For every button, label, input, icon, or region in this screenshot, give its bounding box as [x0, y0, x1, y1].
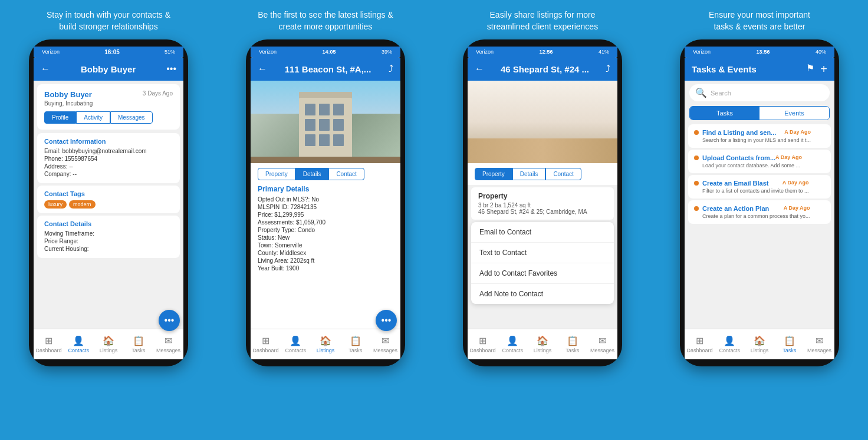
tab-dashboard-4[interactable]: ⊞ Dashboard [686, 335, 712, 353]
tab-dashboard-2[interactable]: ⊞ Dashboard [252, 335, 278, 353]
tab-messages[interactable]: Messages [110, 111, 153, 124]
carrier-2: Verizon [259, 49, 277, 55]
main-container: Stay in touch with your contacts & build… [0, 0, 868, 440]
status-bar-2: Verizon 14:05 39% [251, 47, 400, 57]
search-icon-4: 🔍 [695, 87, 707, 98]
share-email[interactable]: Email to Contact [471, 222, 614, 243]
tab-activity[interactable]: Activity [76, 111, 110, 124]
tab-listings-4[interactable]: 🏠 Listings [747, 335, 772, 353]
tab-messages-4[interactable]: ✉ Messages [807, 335, 833, 353]
tab-dashboard-1[interactable]: ⊞ Dashboard [35, 335, 61, 353]
messages-icon-1: ✉ [165, 335, 172, 346]
nav-title-3: 46 Shepard St, #24 ... [501, 64, 589, 74]
tab-contacts-1[interactable]: 👤 Contacts [65, 335, 91, 353]
contact-header-card: Bobby Buyer Buying, Incubating 3 Days Ag… [37, 84, 180, 130]
app-content-2: ← 111 Beacon St, #A,... ⤴ [251, 57, 400, 359]
share-text[interactable]: Text to Contact [471, 243, 614, 263]
task-title-1: Find a Listing and sen... [702, 129, 776, 136]
contact-tags-card: Contact Tags luxury modern [37, 186, 180, 213]
add-button-4[interactable]: + [820, 62, 827, 76]
tab-events-main[interactable]: Events [760, 107, 829, 120]
share-note[interactable]: Add Note to Contact [471, 284, 614, 304]
task-item-1: Find a Listing and sen... A Day Ago Sear… [688, 124, 831, 148]
filter-button-4[interactable]: ⚑ [806, 62, 814, 76]
tab-contacts-2[interactable]: 👤 Contacts [282, 335, 308, 353]
share-button-2[interactable]: ⤴ [389, 64, 393, 74]
battery-1: 51% [165, 49, 175, 55]
contact-info-card: Contact Information Email: bobbybuying@n… [37, 133, 180, 183]
opted-out-mls: Opted Out in MLS?: No [258, 196, 393, 203]
window [319, 119, 330, 131]
nav-title-4: Tasks & Events [692, 64, 757, 74]
app-content-4: Tasks & Events ⚑ + 🔍 Search Tasks Events [685, 57, 834, 359]
share-button-3[interactable]: ⤴ [606, 64, 610, 74]
back-button-2[interactable]: ← [258, 64, 267, 74]
nav-bar-3: ← 46 Shepard St, #24 ... ⤴ [468, 57, 617, 81]
nav-bar-2: ← 111 Beacon St, #A,... ⤴ [251, 57, 400, 81]
status-bar-1: Verizon 16:05 51% [34, 47, 183, 57]
task-time-2: A Day Ago [775, 154, 802, 160]
tab-contacts-3[interactable]: 👤 Contacts [499, 335, 525, 353]
task-desc-4: Create a plan for a common process that … [702, 213, 810, 219]
tab-details-2[interactable]: Details [295, 168, 329, 180]
tab-tasks-main[interactable]: Tasks [690, 107, 760, 120]
time-3: 12:56 [539, 49, 553, 55]
tab-dashboard-3[interactable]: ⊞ Dashboard [469, 335, 495, 353]
tab-listings-3[interactable]: 🏠 Listings [530, 335, 555, 353]
tab-contact-3[interactable]: Contact [545, 168, 581, 180]
phone-frame-2: Verizon 14:05 39% ← 111 Beacon St, #A,..… [246, 39, 405, 366]
tab-messages-2[interactable]: ✉ Messages [373, 335, 399, 353]
share-favorites[interactable]: Add to Contact Favorites [471, 263, 614, 284]
tab-messages-1[interactable]: ✉ Messages [156, 335, 182, 353]
panel1-title: Stay in touch with your contacts & build… [47, 9, 170, 32]
back-button-3[interactable]: ← [475, 64, 484, 74]
task-dot-2 [694, 156, 699, 160]
window [305, 104, 315, 115]
tab-tasks-3[interactable]: 📋 Tasks [560, 335, 586, 353]
tab-tasks-2[interactable]: 📋 Tasks [343, 335, 369, 353]
fab-button-1[interactable]: ••• [159, 310, 180, 331]
assessments: Assessments: $1,059,700 [258, 219, 393, 226]
tab-messages-3[interactable]: ✉ Messages [590, 335, 616, 353]
scroll-content-1: Bobby Buyer Buying, Incubating 3 Days Ag… [34, 81, 183, 329]
panel-tasks: Ensure your most important tasks & event… [651, 0, 868, 440]
window [305, 119, 315, 131]
tab-tasks-4[interactable]: 📋 Tasks [777, 335, 803, 353]
mlspin-id: MLSPIN ID: 72842135 [258, 204, 393, 210]
county: County: Middlesex [258, 250, 393, 256]
tab-contacts-4[interactable]: 👤 Contacts [716, 335, 742, 353]
building-body [299, 98, 352, 157]
tasks-icon-1: 📋 [133, 335, 144, 346]
room-image-3 [468, 81, 617, 163]
phone-row: Phone: 1555987654 [44, 156, 173, 162]
building-icon [299, 92, 352, 157]
profile-tabs: Profile Activity Messages [44, 111, 173, 124]
current-housing-row: Current Housing: [44, 246, 173, 252]
tab-details-3[interactable]: Details [512, 168, 546, 180]
town: Town: Somerville [258, 242, 393, 249]
tag-modern: modern [69, 200, 96, 209]
tab-bar-2: ⊞ Dashboard 👤 Contacts 🏠 Listings 📋 Task… [251, 329, 400, 359]
fab-button-2[interactable]: ••• [376, 310, 397, 331]
window [319, 134, 330, 146]
back-button-1[interactable]: ← [41, 64, 50, 74]
tab-tasks-1[interactable]: 📋 Tasks [126, 335, 152, 353]
task-title-2: Upload Contacts from... [702, 154, 775, 161]
tab-property-2[interactable]: Property [258, 168, 295, 180]
tab-contact-2[interactable]: Contact [328, 168, 364, 180]
search-bar-4[interactable]: 🔍 Search [689, 84, 830, 101]
tab-listings-1[interactable]: 🏠 Listings [96, 335, 121, 353]
time-4: 13:56 [756, 49, 770, 55]
tasks-list: Find a Listing and sen... A Day Ago Sear… [685, 123, 834, 329]
panel-listings: Be the first to see the latest listings … [217, 0, 434, 440]
task-dot-4 [694, 206, 699, 211]
contact-time-ago: 3 Days Ago [143, 90, 173, 97]
property-info-card: Property 3 br 2 ba 1,524 sq ft 46 Shepar… [471, 187, 614, 220]
phone-frame-1: Verizon 16:05 51% ← Bobby Buyer ••• B [29, 39, 188, 366]
tab-listings-2[interactable]: 🏠 Listings [313, 335, 338, 353]
task-title-3: Create an Email Blast [702, 180, 769, 187]
more-button-1[interactable]: ••• [166, 64, 176, 74]
tab-profile[interactable]: Profile [44, 111, 76, 124]
task-item-4: Create an Action Plan A Day Ago Create a… [688, 200, 831, 224]
tab-property-3[interactable]: Property [475, 168, 512, 180]
